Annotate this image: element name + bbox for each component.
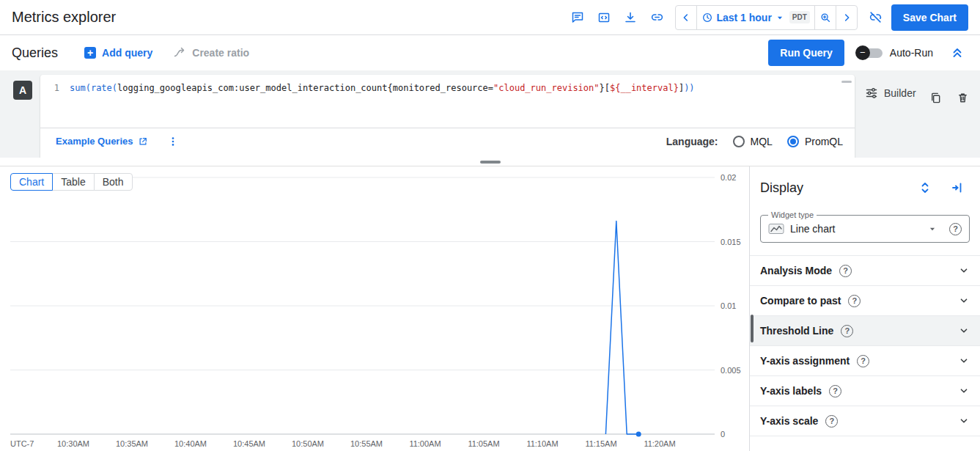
- collapse-queries-button[interactable]: [946, 42, 968, 64]
- time-back-button[interactable]: [676, 6, 696, 29]
- svg-text:10:30AM: 10:30AM: [57, 439, 89, 448]
- view-tabs: Chart Table Both: [10, 173, 133, 191]
- section-analysis-mode[interactable]: Analysis Mode ?: [750, 256, 980, 286]
- auto-run-toggle[interactable]: −: [858, 48, 883, 58]
- svg-text:11:10AM: 11:10AM: [526, 439, 558, 448]
- svg-text:10:40AM: 10:40AM: [174, 439, 207, 448]
- expand-collapse-sections-button[interactable]: [914, 177, 936, 199]
- feedback-icon: [571, 11, 584, 24]
- query-editor-card: 1 sum(rate(logging_googleapis_com:user_m…: [40, 75, 855, 158]
- display-title: Display: [760, 180, 803, 196]
- help-icon[interactable]: ?: [825, 415, 838, 428]
- chevron-right-icon: [841, 12, 852, 23]
- auto-run-label: Auto-Run: [890, 47, 933, 59]
- delete-query-button[interactable]: [956, 87, 970, 109]
- queries-title: Queries: [12, 45, 58, 61]
- editor-footer: Example Queries Language: MQL PromQL: [40, 128, 855, 154]
- query-code: sum(rate(logging_googleapis_com:user_mod…: [70, 81, 695, 128]
- disable-chart-link-button[interactable]: [865, 7, 887, 29]
- display-panel: Display Widget type Line chart: [749, 166, 980, 451]
- timeseries-chart[interactable]: 0.020.0150.010.0050UTC-710:30AM10:35AM10…: [0, 166, 749, 451]
- widget-type-select[interactable]: Widget type Line chart ?: [760, 215, 970, 243]
- copy-icon: [929, 92, 942, 104]
- query-tools: Builder: [855, 75, 980, 158]
- zoom-time-button[interactable]: [814, 6, 836, 29]
- chevron-down-icon: [958, 415, 970, 427]
- zoom-in-icon: [819, 12, 831, 23]
- download-icon: [624, 11, 637, 24]
- help-icon[interactable]: ?: [857, 355, 869, 367]
- pane-divider: [0, 158, 980, 166]
- help-icon[interactable]: ?: [839, 265, 852, 277]
- section-compare-to-past[interactable]: Compare to past ?: [750, 286, 980, 316]
- chevron-left-icon: [680, 12, 692, 23]
- app-header: Metrics explorer: [0, 0, 980, 35]
- caret-down-icon: [927, 224, 937, 234]
- chevron-down-icon: [958, 355, 970, 367]
- svg-text:10:55AM: 10:55AM: [350, 439, 383, 448]
- editor-scrollbar[interactable]: [841, 81, 852, 83]
- tab-chart[interactable]: Chart: [10, 173, 53, 191]
- help-icon[interactable]: ?: [841, 325, 853, 337]
- embed-chart-button[interactable]: [593, 7, 615, 29]
- svg-text:11:00AM: 11:00AM: [409, 439, 441, 448]
- disable-link-icon: [869, 10, 883, 24]
- tab-table[interactable]: Table: [52, 173, 94, 191]
- time-range-dropdown[interactable]: Last 1 hour PDT: [696, 6, 814, 29]
- svg-text:0.01: 0.01: [721, 301, 736, 310]
- display-panel-header: Display: [750, 166, 980, 199]
- radio-icon: [787, 136, 799, 147]
- header-toolbar: Last 1 hour PDT Save Chart: [567, 4, 968, 31]
- feedback-button[interactable]: [567, 7, 589, 29]
- run-query-button[interactable]: Run Query: [768, 40, 844, 66]
- example-queries-link[interactable]: Example Queries: [56, 136, 148, 147]
- svg-text:10:35AM: 10:35AM: [116, 439, 148, 448]
- display-options-list: Analysis Mode ? Compare to past ? Thresh…: [750, 255, 980, 436]
- section-threshold-line[interactable]: Threshold Line ?: [750, 316, 980, 346]
- save-chart-button[interactable]: Save Chart: [891, 4, 968, 31]
- svg-text:11:05AM: 11:05AM: [468, 439, 499, 448]
- section-y-axis-scale[interactable]: Y-axis scale ?: [750, 406, 980, 436]
- builder-toggle-button[interactable]: Builder: [865, 87, 916, 100]
- language-selector: Language: MQL PromQL: [666, 136, 843, 147]
- svg-text:0.015: 0.015: [721, 238, 741, 246]
- help-icon[interactable]: ?: [949, 223, 962, 235]
- timezone-badge: PDT: [789, 11, 810, 23]
- section-y-axis-assignment[interactable]: Y-axis assignment ?: [750, 346, 980, 376]
- chevron-down-icon: [958, 265, 970, 276]
- language-radio-mql[interactable]: MQL: [733, 136, 773, 147]
- tab-both[interactable]: Both: [94, 173, 133, 191]
- share-link-button[interactable]: [646, 7, 668, 29]
- chevron-down-icon: [958, 295, 970, 307]
- download-button[interactable]: [619, 7, 641, 29]
- copy-query-button[interactable]: [929, 87, 943, 109]
- trash-icon: [957, 92, 969, 104]
- tune-icon: [865, 87, 878, 100]
- create-ratio-button[interactable]: Create ratio: [173, 46, 249, 59]
- query-letter-badge: A: [13, 81, 32, 100]
- external-link-icon: [138, 136, 148, 147]
- query-code-editor[interactable]: 1 sum(rate(logging_googleapis_com:user_m…: [40, 75, 855, 128]
- help-icon[interactable]: ?: [829, 385, 841, 397]
- language-radio-promql[interactable]: PromQL: [787, 136, 843, 147]
- query-menu-button[interactable]: [164, 133, 182, 150]
- resize-handle[interactable]: [480, 161, 501, 164]
- panel-scrollbar-thumb[interactable]: [751, 315, 754, 342]
- main-content: Chart Table Both 0.020.0150.010.0050UTC-…: [0, 166, 980, 451]
- svg-text:0.02: 0.02: [721, 173, 736, 182]
- close-panel-icon: [951, 181, 964, 194]
- chevron-down-icon: [958, 385, 970, 397]
- toggle-knob-icon: −: [855, 45, 870, 60]
- close-panel-button[interactable]: [946, 177, 968, 199]
- clock-icon: [701, 12, 713, 23]
- time-forward-button[interactable]: [836, 6, 857, 29]
- radio-icon: [733, 136, 745, 147]
- link-icon: [650, 10, 664, 24]
- add-query-button[interactable]: + Add query: [84, 47, 152, 59]
- svg-text:11:15AM: 11:15AM: [585, 439, 616, 448]
- help-icon[interactable]: ?: [848, 295, 861, 307]
- svg-text:UTC-7: UTC-7: [10, 439, 34, 448]
- line-number: 1: [40, 81, 70, 128]
- section-y-axis-labels[interactable]: Y-axis labels ?: [750, 376, 980, 406]
- code-embed-icon: [597, 11, 611, 24]
